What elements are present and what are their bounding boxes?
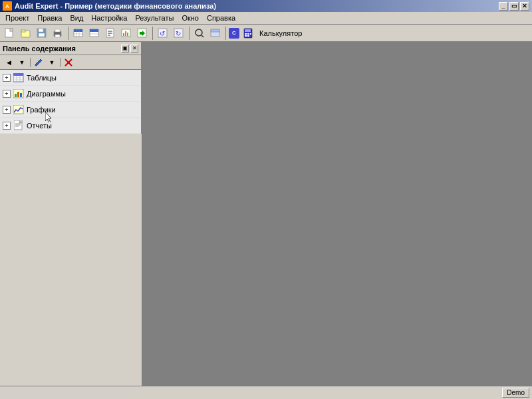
separator-2 (152, 27, 153, 40)
magnify-icon (194, 28, 205, 39)
tool-btn-11[interactable]: ↻ (172, 27, 186, 40)
separator-1 (68, 27, 68, 40)
calculator-icon-2[interactable] (241, 27, 255, 40)
panel-back-button[interactable]: ◀ (3, 57, 15, 68)
expand-diagrams[interactable]: + (3, 90, 11, 98)
svg-text:↻: ↻ (176, 30, 181, 37)
panel-float-button[interactable]: ▣ (121, 45, 129, 53)
delete-icon (64, 58, 73, 67)
pencil-icon (34, 58, 43, 67)
svg-rect-38 (245, 29, 251, 32)
panel-edit-button[interactable] (33, 57, 45, 68)
expand-graphs[interactable]: + (3, 106, 11, 114)
main-toolbar: ↺ ↻ C Калькулятор (0, 25, 532, 42)
undo-icon: ↺ (158, 28, 168, 39)
svg-rect-55 (15, 94, 17, 97)
new-button[interactable] (3, 27, 17, 40)
svg-marker-44 (35, 59, 42, 66)
panel-titlebar: Панель содержания ▣ ✕ (0, 42, 141, 55)
separator-3 (189, 27, 190, 40)
redo-icon: ↻ (174, 28, 184, 39)
tree-item-reports[interactable]: + Отчеты (0, 118, 141, 134)
panel-separator (30, 58, 31, 67)
panel-tree: + Таблицы + (0, 70, 141, 134)
panel-dropdown-button[interactable]: ▼ (16, 57, 28, 68)
chart-tree-icon (13, 88, 24, 99)
svg-rect-6 (39, 29, 43, 32)
tool-btn-7[interactable] (103, 27, 118, 40)
table-icon (73, 28, 84, 39)
minimize-button[interactable]: _ (499, 2, 508, 11)
left-panel-wrapper: Панель содержания ▣ ✕ ◀ ▼ (0, 42, 142, 386)
graphs-icon (13, 105, 24, 114)
back-icon: ◀ (7, 59, 11, 66)
tree-item-diagrams[interactable]: + Диаграммы (0, 86, 141, 102)
svg-rect-41 (250, 33, 251, 35)
print-icon (53, 28, 63, 39)
svg-rect-26 (127, 33, 128, 36)
tool-btn-12[interactable] (192, 27, 207, 40)
menu-help[interactable]: Справка (203, 13, 239, 23)
svg-point-33 (196, 29, 202, 36)
layers-icon (210, 28, 221, 39)
svg-rect-17 (90, 29, 98, 32)
menu-window[interactable]: Окно (178, 13, 203, 23)
close-button[interactable]: ✕ (520, 2, 529, 11)
expand-reports[interactable]: + (3, 122, 11, 130)
svg-rect-56 (17, 92, 19, 97)
menu-project[interactable]: Проект (1, 13, 33, 23)
tool-btn-8[interactable] (119, 27, 134, 40)
svg-rect-58 (13, 105, 23, 114)
menu-results[interactable]: Результаты (131, 13, 178, 23)
menu-view[interactable]: Вид (66, 13, 87, 23)
tools-icon (89, 28, 100, 39)
panel-close-button[interactable]: ✕ (130, 45, 138, 53)
tables-icon (13, 73, 24, 82)
expand-tables[interactable]: + (3, 74, 11, 82)
panel-dropdown2-button[interactable]: ▼ (46, 57, 58, 68)
tree-label-diagrams: Диаграммы (27, 90, 66, 98)
tree-label-tables: Таблицы (27, 74, 57, 82)
menu-edit[interactable]: Правка (33, 13, 66, 23)
title-bar-left: A Audit Expert - Пример (методики финанс… (3, 1, 216, 11)
svg-rect-40 (247, 33, 249, 35)
save-button[interactable] (35, 27, 49, 40)
tool-btn-6[interactable] (87, 27, 102, 40)
tree-label-reports: Отчеты (27, 122, 52, 130)
tool-btn-10[interactable]: ↺ (156, 27, 170, 40)
svg-rect-12 (74, 29, 82, 32)
restore-button[interactable]: ▭ (509, 2, 519, 11)
calculator-icon: C (229, 28, 239, 39)
tree-item-graphs[interactable]: + Графики (0, 102, 141, 118)
panel-delete-button[interactable] (63, 57, 74, 68)
diagrams-icon (13, 89, 24, 98)
import-icon (137, 28, 148, 39)
svg-rect-10 (55, 35, 60, 37)
svg-rect-24 (123, 33, 124, 36)
new-icon (5, 28, 15, 39)
print-button[interactable] (51, 27, 65, 40)
window-title: Audit Expert - Пример (методики финансов… (15, 2, 216, 10)
svg-rect-43 (247, 35, 249, 37)
svg-rect-25 (125, 31, 126, 36)
graph-tree-icon (13, 104, 24, 115)
demo-badge: Demo (502, 388, 529, 398)
menu-bar: Проект Правка Вид Настройка Результаты О… (0, 12, 532, 25)
tool-btn-5[interactable] (71, 27, 86, 40)
open-button[interactable] (19, 27, 33, 40)
report-icon-2 (105, 28, 116, 39)
tool-btn-9[interactable] (135, 27, 150, 40)
window-controls[interactable]: _ ▭ ✕ (499, 2, 529, 11)
svg-rect-42 (245, 35, 247, 37)
separator-4 (225, 27, 226, 40)
panel-title-buttons[interactable]: ▣ ✕ (121, 45, 138, 53)
tool-btn-13[interactable] (208, 27, 223, 40)
svg-rect-7 (39, 33, 45, 37)
svg-rect-36 (211, 29, 219, 32)
tree-item-tables[interactable]: + Таблицы (0, 70, 141, 86)
title-bar: A Audit Expert - Пример (методики финанс… (0, 0, 532, 12)
menu-settings[interactable]: Настройка (87, 13, 131, 23)
panel-title: Панель содержания (3, 45, 76, 53)
svg-line-34 (201, 35, 203, 37)
calculator-label: Калькулятор (259, 29, 302, 37)
